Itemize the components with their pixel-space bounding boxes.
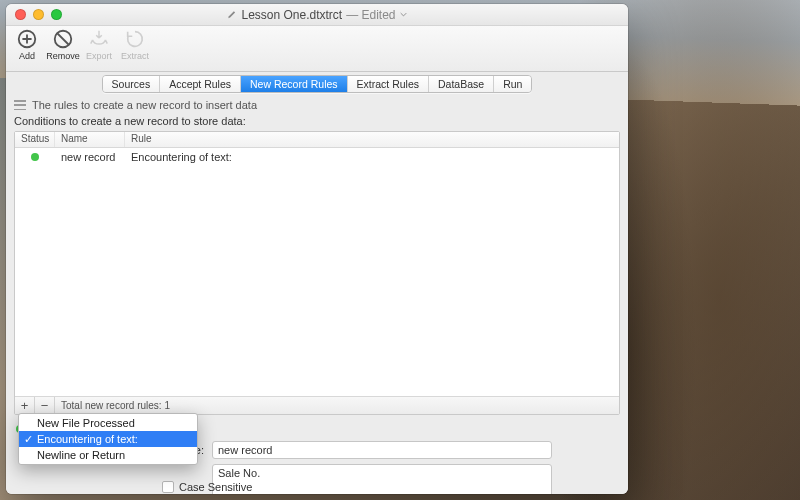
status-dot-icon: [31, 153, 39, 161]
name-input[interactable]: [212, 441, 552, 459]
col-status[interactable]: Status: [15, 132, 55, 147]
table-row[interactable]: new record Encountering of text:: [15, 148, 619, 165]
table-footer: + − Total new record rules: 1: [15, 396, 619, 414]
titlebar[interactable]: Lesson One.dtxtrct — Edited: [6, 4, 628, 26]
tab-database[interactable]: DataBase: [429, 76, 494, 92]
remove-rule-button[interactable]: −: [35, 397, 55, 415]
list-icon: [14, 100, 26, 110]
row-name: new record: [55, 148, 125, 165]
col-rule[interactable]: Rule: [125, 132, 619, 147]
remove-button[interactable]: Remove: [48, 28, 78, 61]
case-sensitive-checkbox[interactable]: Case Sensitive: [162, 481, 252, 493]
menu-item[interactable]: Newline or Return: [19, 447, 197, 463]
col-name[interactable]: Name: [55, 132, 125, 147]
tab-bar: Sources Accept Rules New Record Rules Ex…: [6, 72, 628, 96]
rules-count: Total new record rules: 1: [55, 400, 170, 411]
add-button[interactable]: Add: [12, 28, 42, 61]
tab-sources[interactable]: Sources: [103, 76, 161, 92]
table-body[interactable]: new record Encountering of text:: [15, 148, 619, 396]
conditions-label: Conditions to create a new record to sto…: [14, 115, 620, 127]
rule-type-dropdown-menu[interactable]: New File Processed Encountering of text:…: [18, 413, 198, 465]
tab-run[interactable]: Run: [494, 76, 531, 92]
menu-item-selected[interactable]: Encountering of text:: [19, 431, 197, 447]
row-rule: Encountering of text:: [125, 148, 619, 165]
edited-indicator-icon: [227, 10, 237, 20]
export-button: Export: [84, 28, 114, 61]
edited-suffix: — Edited: [346, 8, 395, 22]
checkbox-box-icon: [162, 481, 174, 493]
window-title: Lesson One.dtxtrct — Edited: [6, 8, 628, 22]
document-name: Lesson One.dtxtrct: [241, 8, 342, 22]
table-header: Status Name Rule: [15, 132, 619, 148]
toolbar: Add Remove Export Extract: [6, 26, 628, 72]
section-header: The rules to create a new record to inse…: [32, 99, 257, 111]
title-dropdown-icon[interactable]: [400, 11, 407, 18]
rules-table: Status Name Rule new record Encountering…: [14, 131, 620, 415]
rule-text-input[interactable]: [212, 464, 552, 494]
tab-new-record-rules[interactable]: New Record Rules: [241, 76, 348, 92]
menu-item[interactable]: New File Processed: [19, 415, 197, 431]
add-rule-button[interactable]: +: [15, 397, 35, 415]
section-header-row: The rules to create a new record to inse…: [14, 99, 620, 111]
tab-accept-rules[interactable]: Accept Rules: [160, 76, 241, 92]
tab-extract-rules[interactable]: Extract Rules: [348, 76, 429, 92]
extract-button: Extract: [120, 28, 150, 61]
